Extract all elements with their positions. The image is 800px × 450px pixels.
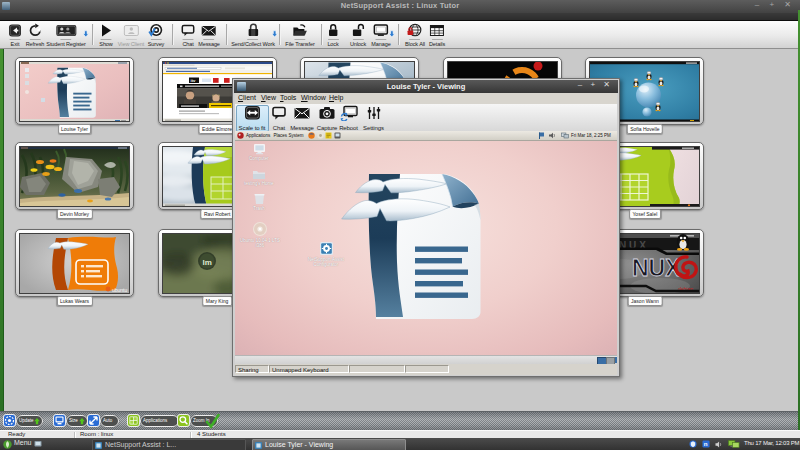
svg-text:n: n: [704, 440, 708, 447]
svg-text:lm: lm: [202, 257, 211, 266]
svg-text:NUX: NUX: [632, 255, 681, 281]
svg-text:itv: itv: [190, 78, 196, 83]
svg-text:ubuntu: ubuntu: [112, 286, 128, 292]
